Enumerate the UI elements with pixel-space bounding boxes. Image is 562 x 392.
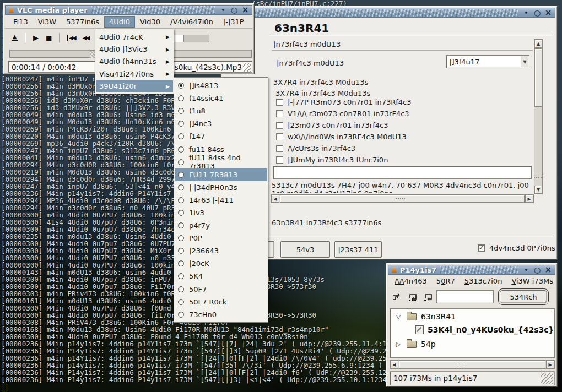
module-checkbox-row-5[interactable]: |]UmMy in73Rf4c3 fUnc7i0n xyxy=(276,154,513,166)
radio-icon[interactable] xyxy=(178,184,184,190)
equalizer-item-4[interactable]: f147 xyxy=(175,130,267,143)
save-button[interactable]: 54v3 xyxy=(280,241,330,258)
scrollbar-thumb[interactable] xyxy=(399,361,545,368)
minimize-button[interactable] xyxy=(522,9,531,17)
play-button[interactable] xyxy=(33,34,39,42)
checkbox-icon[interactable] xyxy=(276,133,283,140)
advanced-options-toggle[interactable]: ✓ 4dv4nc3d 0P7i0ns xyxy=(478,244,555,252)
rewind-button[interactable] xyxy=(83,35,89,41)
menubar-item-vid30[interactable]: Vid30 xyxy=(135,16,165,28)
module-filter-input[interactable] xyxy=(273,166,532,179)
tree-row-2[interactable]: ▷54p xyxy=(395,340,436,349)
playlist-menubar-item-3[interactable]: Vi3W i73Ms xyxy=(509,276,555,286)
tree-row-1[interactable]: 53K4i_n0_y4KUs0ku_{42s3c}.Mp3 xyxy=(415,325,555,334)
radio-icon[interactable] xyxy=(178,95,184,101)
repeat-one-button[interactable] xyxy=(422,291,435,304)
radio-icon[interactable] xyxy=(178,312,184,318)
equalizer-item-6[interactable]: fU11 84ss 4nd 7r3813 xyxy=(175,156,267,168)
module-checkbox-row-0[interactable]: |-|77P R3m073 c0n7r01 in73Rf4c3 xyxy=(276,96,513,108)
checkbox-icon[interactable] xyxy=(276,145,283,152)
equalizer-item-11[interactable]: p4r7y xyxy=(175,219,267,232)
minimize-button[interactable] xyxy=(522,266,531,274)
radio-icon[interactable] xyxy=(178,273,184,279)
radio-icon[interactable] xyxy=(178,108,184,114)
radio-icon[interactable] xyxy=(178,299,184,305)
close-button[interactable] xyxy=(241,6,250,14)
equalizer-item-15[interactable]: 5K4 xyxy=(175,270,267,282)
horizontal-scrollbar[interactable]: ◀ ▶ xyxy=(271,194,534,203)
equalizer-item-1[interactable]: (14ssic41 xyxy=(175,92,267,105)
radio-icon[interactable] xyxy=(178,172,184,178)
module-checkbox-row-1[interactable]: V1/\/\ r3m073 c0n7R01 in73rF4c3 xyxy=(276,108,513,119)
radio-icon[interactable] xyxy=(178,222,184,228)
playlist-menubar-item-2[interactable]: 5313c7i0n xyxy=(462,276,505,286)
close-button[interactable] xyxy=(544,266,553,274)
equalizer-item-7[interactable]: FU11 7R3813 xyxy=(175,168,267,181)
preferences-titlebar[interactable] xyxy=(223,8,555,18)
radio-icon[interactable] xyxy=(178,235,184,241)
equalizer-item-2[interactable]: (1u8 xyxy=(175,105,267,117)
checkbox-checked-icon[interactable]: ✓ xyxy=(478,244,485,252)
menubar-item-5377in6s[interactable]: 5377in6s xyxy=(61,16,104,28)
radio-icon[interactable] xyxy=(178,197,184,203)
radio-icon[interactable] xyxy=(178,159,184,165)
module-checkbox-row-4[interactable]: /\/cUrs3s in73rf4c3 xyxy=(276,143,513,154)
checkbox-icon[interactable] xyxy=(276,110,283,117)
audio-menu-item-2[interactable]: 4Udi0 (h4nn31s▶ xyxy=(96,56,173,68)
menubar-item-31p[interactable]: |-|31P xyxy=(218,16,249,28)
equalizer-item-0[interactable]: |]is4813 xyxy=(175,79,267,92)
resize-grip[interactable] xyxy=(243,63,251,72)
tree-item-label[interactable]: 63n3R41 xyxy=(421,312,456,321)
close-button[interactable] xyxy=(544,9,553,17)
scroll-right-button[interactable]: ▶ xyxy=(546,361,554,368)
maximize-button[interactable] xyxy=(533,266,542,274)
interface-module-combobox[interactable]: |]3f4u17 ▼ xyxy=(446,55,529,68)
menubar-item-vi3w[interactable]: Vi3W xyxy=(33,16,61,28)
expand-icon[interactable]: ▷ xyxy=(395,341,402,348)
playlist-tree[interactable]: ▽63n3R4153K4i_n0_y4KUs0ku_{42s3c}.Mp3▷54… xyxy=(390,308,555,358)
collapse-icon[interactable]: ▽ xyxy=(395,313,402,320)
menubar-item-v4vi647i0n[interactable]: /V4vi647i0n xyxy=(165,16,218,28)
scroll-right-button[interactable]: ▶ xyxy=(525,195,533,203)
tree-item-label[interactable]: 53K4i_n0_y4KUs0ku_{42s3c}.Mp3 xyxy=(428,325,555,334)
equalizer-item-12[interactable]: P0P xyxy=(175,232,267,244)
radio-icon[interactable] xyxy=(178,146,184,153)
equalizer-item-18[interactable]: 73cHn0 xyxy=(175,308,267,321)
radio-icon[interactable] xyxy=(178,83,184,89)
menubar-item-fi13[interactable]: Fi13 xyxy=(8,16,33,28)
playlist-menubar-item-0[interactable]: /\/\4n463 xyxy=(392,276,429,286)
chevron-down-icon[interactable]: ▼ xyxy=(521,56,528,67)
equalizer-item-17[interactable]: 50F7 R0ck xyxy=(175,296,267,308)
playlist-menubar-item-1[interactable]: 50R7 xyxy=(434,276,457,286)
module-checkbox-row-3[interactable]: wX\/\/ind0Ws in73RF4c3 M0dU13 xyxy=(276,131,513,143)
horizontal-scrollbar[interactable]: ◀ ▶ xyxy=(390,360,555,369)
maximize-button[interactable] xyxy=(230,6,239,14)
menubar-item-4udi0[interactable]: 4Udi0 xyxy=(104,16,135,28)
audio-menu-item-0[interactable]: 4Udi0 7r4cK▶ xyxy=(96,31,173,43)
radio-icon[interactable] xyxy=(178,286,184,292)
equalizer-item-9[interactable]: 14r63 |-|411 xyxy=(175,194,267,206)
radio-icon[interactable] xyxy=(178,210,184,216)
maximize-button[interactable] xyxy=(533,9,542,17)
radio-icon[interactable] xyxy=(178,248,184,254)
equalizer-item-3[interactable]: |]4nc3 xyxy=(175,117,267,130)
scrollbar-thumb[interactable] xyxy=(280,195,525,203)
radio-icon[interactable] xyxy=(178,121,184,127)
equalizer-item-8[interactable]: |-|34dPH0n3s xyxy=(175,181,267,194)
checkbox-icon[interactable] xyxy=(276,122,283,129)
radio-icon[interactable] xyxy=(178,260,184,266)
minimize-button[interactable] xyxy=(219,6,228,14)
equalizer-item-14[interactable]: |20cK xyxy=(175,257,267,270)
radio-icon[interactable] xyxy=(178,133,184,139)
checkbox-icon[interactable] xyxy=(276,156,283,164)
shuffle-button[interactable] xyxy=(391,291,404,304)
scroll-left-button[interactable]: ◀ xyxy=(390,361,398,368)
audio-menu-item-4[interactable]: 39U41i20r▶ xyxy=(96,80,173,92)
equalizer-item-13[interactable]: |236643 xyxy=(175,244,267,257)
scroll-up-button[interactable]: ▲ xyxy=(534,40,542,48)
tree-row-0[interactable]: ▽63n3R41 xyxy=(395,312,456,321)
scroll-left-button[interactable]: ◀ xyxy=(271,195,279,203)
audio-menu-item-1[interactable]: 4Udi0 |]3Vic3▶ xyxy=(96,43,173,55)
tree-item-label[interactable]: 54p xyxy=(421,340,436,349)
search-button[interactable]: 534Rch xyxy=(500,290,547,303)
